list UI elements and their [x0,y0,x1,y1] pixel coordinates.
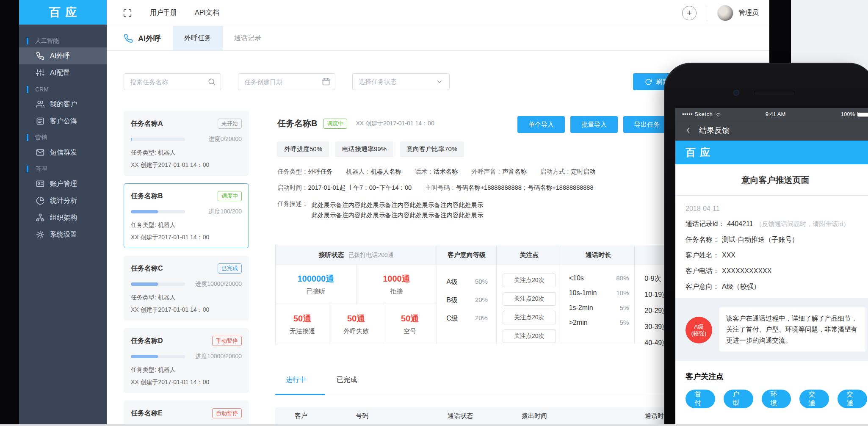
sidebar-item-statistics[interactable]: 统计分析 [19,192,107,209]
failed-value: 50通 [347,313,365,324]
field-customer-intent: 客户意向：A级（较强） [686,282,865,291]
calendar-icon [322,77,330,86]
sidebar-item-settings[interactable]: 系统设置 [19,226,107,243]
meta-label: 任务描述： [277,200,308,220]
battery-icon [857,112,868,117]
kpi-intent-rate-chip: 意向客户比率70% [400,141,464,157]
sidebar-item-label: 我的客户 [50,100,77,109]
records-table-header: 客户 号码 通话状态 拨出时间 通话时长 [275,407,690,424]
sidebar-item-ai-outbound[interactable]: AI外呼 [19,47,107,64]
grade-description: 该客户在通话过程中，详细了解了产品细节，关注了首付、户型、环境等问题，非常渴望有… [719,307,865,351]
progress-text: 进度10000/20000 [195,280,242,288]
search-task-field[interactable] [124,73,221,90]
grade-section: A级(较强) 该客户在通话过程中，详细了解了产品细节，关注了首付、户型、环境等问… [675,298,868,361]
task-type: 任务类型: 机器人 [131,221,242,229]
sidebar-item-org[interactable]: 组织架构 [19,209,107,226]
batch-import-button[interactable]: 批量导入 [570,116,618,133]
avatar[interactable] [717,5,733,21]
status-right: 100% [841,111,868,117]
search-input[interactable] [124,74,221,90]
task-type: 任务类型: 机器人 [131,149,242,157]
back-icon[interactable] [684,126,692,135]
empty-number-label: 空号 [404,327,416,335]
composite-background: 百应 人工智能 AI外呼 AI配置 CRM 我的客户 [0,0,868,426]
focus-tag[interactable]: 首付 [686,390,715,408]
list-icon [36,117,44,125]
sidebar-item-customer-pool[interactable]: 客户公海 [19,113,107,130]
answered-value: 100000通 [297,273,334,285]
bottom-edge-strip [0,424,868,426]
sidebar-section-admin: 管理 [19,163,107,175]
single-import-button[interactable]: 单个导入 [517,116,565,133]
meta-label: 启动时间： [277,184,308,191]
sidebar-item-my-customers[interactable]: 我的客户 [19,96,107,113]
tab-in-progress[interactable]: 进行中 [275,376,317,385]
task-list: 任务名称A未开始 进度0/20000 任务类型: 机器人 XX 创建于2017-… [124,111,249,424]
status-select-value: 选择任务状态 [359,78,397,86]
intent-row-b: B级20% [446,296,488,305]
unreachable-label: 无法接通 [290,327,315,335]
task-card-e[interactable]: 任务名称E自动暂停 进度10000/20000 任务类型: 机器人 XX 创建于… [124,401,249,424]
focus-tag[interactable]: 环境 [762,390,791,408]
phone-statusbar: 9:41 AM ••••• Sketch 100% [675,108,868,120]
module-head: AI外呼 [124,26,173,50]
tab-completed[interactable]: 已完成 [326,376,368,385]
app-window: 百应 人工智能 AI外呼 AI配置 CRM 我的客户 [19,0,769,424]
menu-user-manual[interactable]: 用户手册 [150,8,177,17]
detail-meta-line-1: 任务类型：外呼任务 机器人：机器人名称 话术：话术名称 外呼声音：声音名称 启动… [277,168,609,176]
failed-cell: 50通外呼失败 [329,304,383,344]
brand-logo: 百应 [19,0,107,25]
task-card-c[interactable]: 任务名称C已完成 进度10000/20000 任务类型: 机器人 XX 创建于2… [124,256,249,321]
meta-value: 定时启动 [571,168,596,175]
focus-point-button[interactable]: 关注点20次 [503,292,556,306]
field-customer-name: 客户姓名：XXX [686,251,865,260]
menu-api-docs[interactable]: API文档 [195,8,219,17]
focus-point-button[interactable]: 关注点20次 [503,311,556,324]
meta-label: 主叫号码： [425,184,456,191]
intent-row-c: C级20% [446,314,488,323]
focus-point-button[interactable]: 关注点20次 [503,329,556,343]
answer-secondary-row: 50通无法接通 50通外呼失败 50通空号 [276,304,437,344]
sidebar-item-label: 短信群发 [50,148,77,157]
admin-name[interactable]: 管理员 [738,8,759,17]
intent-row-a: A级50% [446,278,488,287]
focus-tag[interactable]: 户型 [724,390,753,408]
task-card-a[interactable]: 任务名称A未开始 进度0/20000 任务类型: 机器人 XX 创建于2017-… [124,111,249,176]
focus-tag[interactable]: 交通 [799,390,829,408]
rejected-label: 拒接 [390,288,403,296]
call-id-note: （反馈通话问题时，请附带该id） [756,220,850,227]
phone-speaker [754,91,795,95]
progress-bar [131,282,185,286]
task-card-d[interactable]: 任务名称D手动暂停 进度10000/20000 任务类型: 机器人 XX 创建于… [124,328,249,393]
detail-header: 任务名称B 调度中 XX 创建于2017-01-01 14：00 [277,118,434,129]
focus-buttons: 关注点20次 关注点20次 关注点20次 关注点20次 [497,265,562,348]
tab-outbound-tasks[interactable]: 外呼任务 [173,26,223,50]
sidebar-item-label: 客户公海 [50,117,77,126]
col-dial-time: 拨出时间 [522,412,547,420]
meta-label: 话术： [415,168,434,175]
date-field[interactable] [238,73,335,90]
duration-row: <10s80% [569,274,629,282]
sidebar-item-ai-config[interactable]: AI配置 [19,64,107,81]
sidebar-item-label: 组织架构 [50,213,77,222]
fullscreen-icon[interactable] [123,8,132,18]
focus-tag[interactable]: 交通 [838,390,867,408]
tab-call-records[interactable]: 通话记录 [223,26,273,50]
focus-point-button[interactable]: 关注点20次 [503,274,556,287]
meta-value: 声音名称 [502,168,527,175]
sidebar-item-label: AI外呼 [50,52,70,61]
date-input[interactable] [238,74,335,90]
status-select[interactable]: 选择任务状态 [352,73,450,90]
phone-detail-fields: 2018-04-11 通话记录id：4404211（反馈通话问题时，请附带该id… [675,196,868,291]
refresh-icon [645,78,652,86]
meta-value: 机器人名称 [371,168,402,175]
task-name: 任务名称A [131,119,163,128]
sidebar-item-sms[interactable]: 短信群发 [19,144,107,161]
add-button[interactable]: + [682,6,697,20]
sidebar-item-label: AI配置 [50,69,70,77]
progress-bar [131,210,185,213]
sidebar-section-marketing: 营销 [19,131,107,144]
sidebar-item-accounts[interactable]: 账户管理 [19,175,107,192]
task-card-b-selected[interactable]: 任务名称B调度中 进度100/200 任务类型: 机器人 XX 创建于2017-… [124,183,249,248]
sliders-icon [36,69,44,77]
